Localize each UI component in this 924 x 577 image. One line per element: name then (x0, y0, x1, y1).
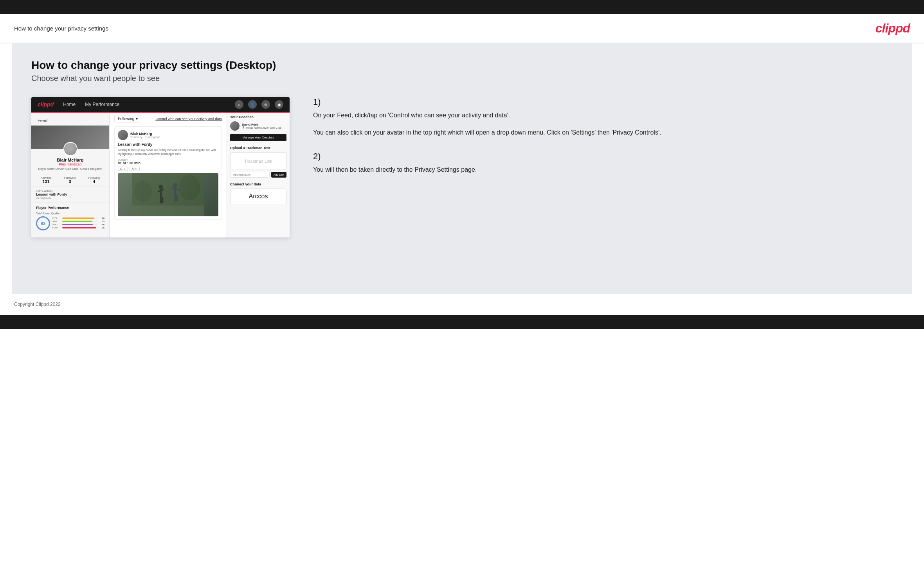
connect-title: Connect your data (230, 182, 286, 186)
feed-tab[interactable]: Feed (31, 116, 109, 126)
coach-row: David Ford 📍 Royal North Devon Golf Club (230, 121, 286, 131)
trackman-section: Upload a Trackman Test Trackman Link Add… (230, 146, 286, 178)
user-icon[interactable]: 👤 (248, 100, 257, 109)
copyright-text: Copyright Clippd 2022 (14, 302, 61, 307)
profile-stats: Activities 131 Followers 3 Following 4 (31, 174, 109, 187)
instruction-step2: 2) You will then be taken directly to th… (313, 151, 885, 175)
post-image (118, 173, 218, 216)
site-logo: clippd (875, 21, 910, 36)
svg-point-4 (159, 185, 163, 189)
coaches-section: Your Coaches David Ford 📍 Royal North De… (230, 115, 286, 141)
app-nav: clippd Home My Performance ⌕ 👤 ⊕ ◉ (31, 97, 290, 112)
screenshot-mockup: clippd Home My Performance ⌕ 👤 ⊕ ◉ Feed (31, 97, 290, 237)
tag-ott: OTT (118, 167, 128, 171)
trackman-box: Trackman Link (230, 152, 286, 169)
svg-point-1 (134, 180, 152, 202)
svg-rect-3 (132, 205, 204, 216)
bar-app: APP 85 (52, 220, 104, 223)
profile-avatar (63, 142, 77, 156)
connect-section: Connect your data Arccos (230, 182, 286, 204)
stat-followers: Followers 3 (64, 176, 76, 184)
step1-number: 1) (313, 97, 885, 107)
app-logo: clippd (38, 101, 54, 108)
nav-home[interactable]: Home (63, 102, 76, 107)
svg-rect-8 (162, 197, 164, 203)
stat-activities: Activities 131 (41, 176, 52, 184)
add-link-button[interactable]: Add Link (271, 172, 286, 178)
coach-club: 📍 Royal North Devon Golf Club (242, 126, 281, 129)
site-header: How to change your privacy settings clip… (0, 14, 924, 43)
profile-name: Blair McHarg (34, 158, 106, 162)
svg-point-2 (179, 175, 200, 200)
step2-text: You will then be taken directly to the P… (313, 165, 885, 175)
arccos-text: Arccos (249, 193, 268, 200)
duration-label: Duration (118, 158, 218, 161)
app-middle-panel: Following ▾ Control who can see your act… (110, 112, 227, 237)
coaches-title: Your Coaches (230, 115, 286, 119)
main-content: How to change your privacy settings (Des… (12, 43, 912, 294)
step2-number: 2) (313, 151, 885, 162)
coach-avatar (230, 121, 240, 131)
main-heading: How to change your privacy settings (Des… (31, 59, 893, 72)
nav-performance[interactable]: My Performance (85, 102, 119, 107)
quality-circle: 92 (36, 216, 50, 230)
tag-app: APP (130, 167, 140, 171)
avatar-image (64, 143, 77, 155)
svg-rect-7 (160, 197, 162, 203)
step1-text-1: On your Feed, click/tap on 'Control who … (313, 110, 885, 120)
bottom-bar (0, 315, 924, 329)
trackman-input-row: Add Link (230, 172, 286, 178)
post-avatar (118, 130, 128, 140)
profile-handicap: Plus Handicap (34, 162, 106, 166)
control-link[interactable]: Control who can see your activity and da… (155, 117, 222, 121)
app-body: Feed Blair McHarg Plus Handicap Royal No… (31, 112, 290, 237)
profile-banner (31, 126, 109, 149)
main-subheading: Choose what you want people to see (31, 74, 893, 83)
bar-arg: ARG 86 (52, 223, 104, 226)
page-title: How to change your privacy settings (14, 25, 108, 32)
nav-icons: ⌕ 👤 ⊕ ◉ (235, 100, 283, 109)
avatar-icon[interactable]: ◉ (275, 100, 283, 109)
instruction-step1: 1) On your Feed, click/tap on 'Control w… (313, 97, 885, 137)
arccos-box: Arccos (230, 189, 286, 204)
following-button[interactable]: Following ▾ (114, 115, 141, 122)
post-title: Lesson with Fordy (118, 142, 218, 147)
perf-bars: OTT 90 APP 85 ARG (52, 217, 104, 230)
instructions-panel: 1) On your Feed, click/tap on 'Control w… (305, 97, 893, 189)
post-header: Blair McHarg Yesterday · Sunningdale (118, 130, 218, 140)
top-bar (0, 0, 924, 14)
two-col-layout: clippd Home My Performance ⌕ 👤 ⊕ ◉ Feed (31, 97, 893, 237)
perf-row: 92 OTT 90 APP 85 (36, 216, 104, 230)
plus-icon[interactable]: ⊕ (261, 100, 270, 109)
step1-text-2: You can also click on your avatar in the… (313, 128, 885, 138)
trackman-input[interactable] (230, 172, 270, 178)
app-left-panel: Feed Blair McHarg Plus Handicap Royal No… (31, 112, 110, 237)
svg-rect-13 (176, 195, 178, 202)
manage-coaches-button[interactable]: Manage Your Coaches (230, 134, 286, 141)
player-performance: Player Performance Total Player Quality … (31, 202, 109, 234)
golfer-svg (118, 173, 218, 216)
latest-activity: Latest Activity Lesson with Fordy 03 Aug… (31, 187, 109, 202)
profile-club: Royal North Devon Golf Club, United King… (34, 167, 106, 171)
post-tags: OTT APP (118, 167, 218, 171)
coach-name: David Ford (242, 123, 281, 126)
post-card: Blair McHarg Yesterday · Sunningdale Les… (114, 126, 222, 220)
stat-following: Following 4 (88, 176, 100, 184)
search-icon[interactable]: ⌕ (235, 100, 243, 109)
duration-value: 01 hr : 30 min (118, 161, 218, 165)
feed-header: Following ▾ Control who can see your act… (114, 115, 222, 122)
trackman-title: Upload a Trackman Test (230, 146, 286, 150)
svg-point-9 (173, 183, 177, 187)
site-footer: Copyright Clippd 2022 (0, 294, 924, 315)
app-right-panel: Your Coaches David Ford 📍 Royal North De… (227, 112, 290, 237)
red-top-line (31, 112, 290, 113)
bar-putt: PUTT 96 (52, 226, 104, 229)
bar-ott: OTT 90 (52, 217, 104, 219)
post-description: Looking to feel like my hands are exitin… (118, 148, 218, 156)
svg-rect-12 (174, 195, 176, 202)
